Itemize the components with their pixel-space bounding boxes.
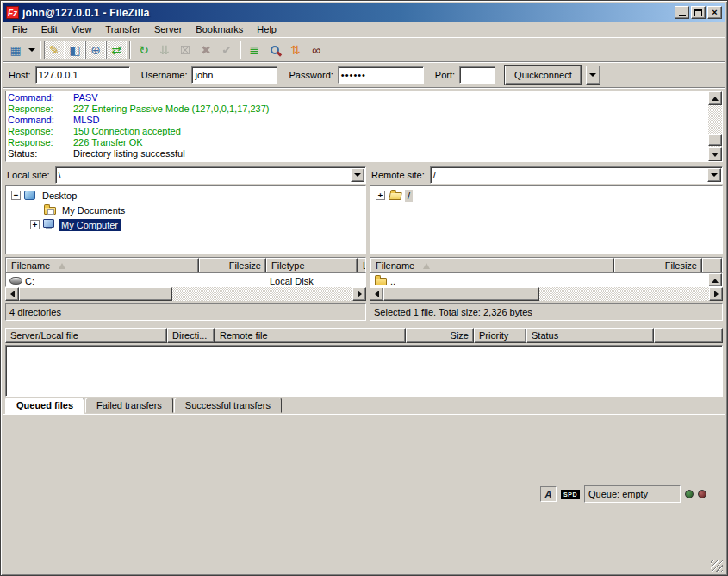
column-header-filesize[interactable]: Filesize xyxy=(199,258,266,272)
tree-item-label: / xyxy=(405,190,413,202)
maximize-button[interactable] xyxy=(691,6,706,19)
scroll-left-button[interactable] xyxy=(5,287,19,301)
host-label: Host: xyxy=(9,70,31,80)
column-header-label: Directi... xyxy=(172,330,207,341)
scrollbar-thumb[interactable] xyxy=(19,287,172,301)
remote-site-path: / xyxy=(431,170,706,180)
column-header-remote-file[interactable]: Remote file xyxy=(215,328,406,343)
maximize-icon xyxy=(694,9,702,16)
column-header-filename[interactable]: Filename xyxy=(370,258,614,272)
scrollbar-thumb[interactable] xyxy=(708,134,722,146)
log-line-label: Command: xyxy=(8,92,73,103)
file-row-c-[interactable]: C:Local Disk xyxy=(6,273,365,287)
column-header-label: Priority xyxy=(479,330,508,341)
password-input[interactable]: •••••• xyxy=(338,66,424,84)
scroll-left-button[interactable] xyxy=(370,287,383,301)
file-row--[interactable]: .. xyxy=(370,273,708,287)
tree-item--[interactable]: +/ xyxy=(370,188,722,203)
local-site-dropdown-button[interactable] xyxy=(351,168,364,182)
menu-item-file[interactable]: File xyxy=(5,22,34,36)
log-line-text: Directory listing successful xyxy=(73,148,185,160)
column-header-directi-[interactable]: Directi... xyxy=(167,328,215,343)
scroll-up-button[interactable] xyxy=(708,273,722,287)
cancel-operation-button: ☒ xyxy=(175,41,196,59)
refresh-icon: ↻ xyxy=(139,43,149,57)
local-site-label: Local site: xyxy=(5,170,55,180)
tree-item-my-computer[interactable]: +My Computer xyxy=(6,217,365,232)
tree-item-my-documents[interactable]: My Documents xyxy=(6,203,365,217)
remote-site-combobox[interactable]: / xyxy=(430,166,723,184)
column-header-priority[interactable]: Priority xyxy=(474,328,526,343)
speed-limit-badge[interactable]: SPD xyxy=(561,490,580,499)
expand-icon[interactable]: + xyxy=(30,220,40,229)
collapse-icon[interactable]: − xyxy=(11,191,21,200)
find-files-icon: ∞ xyxy=(312,43,320,57)
file-name: C: xyxy=(25,276,34,286)
menu-item-view[interactable]: View xyxy=(65,22,99,36)
column-header-filler xyxy=(702,258,722,272)
find-files-button[interactable]: ∞ xyxy=(306,41,327,59)
menu-item-transfer[interactable]: Transfer xyxy=(98,22,147,36)
column-header-size[interactable]: Size xyxy=(406,328,474,343)
folder-icon xyxy=(375,278,387,285)
site-manager-button[interactable]: ▦ xyxy=(5,41,26,59)
synchronized-browsing-button[interactable]: ⇅ xyxy=(285,41,306,59)
disk-icon xyxy=(9,277,22,285)
remote-horizontal-scrollbar[interactable] xyxy=(370,287,723,301)
scroll-down-button[interactable] xyxy=(708,147,722,161)
column-header-server-local-file[interactable]: Server/Local file xyxy=(5,328,167,343)
remote-site-dropdown-button[interactable] xyxy=(707,168,721,182)
menu-item-edit[interactable]: Edit xyxy=(34,22,65,36)
minimize-button[interactable] xyxy=(675,6,689,19)
tab-failed-transfers[interactable]: Failed transfers xyxy=(85,398,173,413)
scroll-right-button[interactable] xyxy=(352,287,366,301)
title-bar: Fz john@127.0.0.1 - FileZilla × xyxy=(3,3,725,22)
tab-successful-transfers[interactable]: Successful transfers xyxy=(174,398,282,413)
toggle-local-treeview-button[interactable]: ◧ xyxy=(65,41,85,59)
recv-activity-led xyxy=(685,490,694,498)
menu-item-server[interactable]: Server xyxy=(147,22,189,36)
remote-site-label: Remote site: xyxy=(370,170,430,180)
menu-item-help[interactable]: Help xyxy=(250,22,283,36)
column-header-l[interactable]: L xyxy=(358,258,366,272)
column-header-label: Filename xyxy=(11,260,50,271)
toggle-log-view-button[interactable]: ✎ xyxy=(44,41,65,59)
remote-directory-tree: +/ xyxy=(370,185,723,254)
toggle-remote-treeview-button[interactable]: ⊕ xyxy=(85,41,106,59)
expand-icon[interactable]: + xyxy=(376,191,385,200)
host-input[interactable]: 127.0.0.1 xyxy=(35,66,130,84)
port-label: Port: xyxy=(435,70,455,80)
column-header-status[interactable]: Status xyxy=(526,328,654,343)
column-header-filename[interactable]: Filename xyxy=(6,258,199,272)
local-site-combobox[interactable]: \ xyxy=(55,166,366,184)
message-log: Command:PASVResponse:227 Entering Passiv… xyxy=(5,91,723,162)
column-header-filetype[interactable]: Filetype xyxy=(266,258,358,272)
status-bar: A SPD Queue: empty xyxy=(3,415,725,573)
quickconnect-button[interactable]: Quickconnect xyxy=(505,66,582,85)
scroll-up-button[interactable] xyxy=(708,91,722,105)
remote-vertical-scrollbar[interactable] xyxy=(708,273,722,286)
close-button[interactable]: × xyxy=(707,6,722,19)
tab-queued-files[interactable]: Queued files xyxy=(5,398,84,415)
local-horizontal-scrollbar[interactable] xyxy=(5,287,366,301)
scroll-right-button[interactable] xyxy=(709,287,723,301)
scrollbar-thumb[interactable] xyxy=(383,287,539,301)
local-status-text: 4 directories xyxy=(5,303,366,321)
log-scrollbar[interactable] xyxy=(708,91,722,161)
directory-comparison-button[interactable] xyxy=(264,41,285,59)
directory-filters-button[interactable]: ≣ xyxy=(244,41,264,59)
port-input[interactable] xyxy=(459,66,495,84)
transfer-type-indicator[interactable]: A xyxy=(540,486,557,502)
refresh-button[interactable]: ↻ xyxy=(134,41,154,59)
chevron-down-icon xyxy=(354,173,361,177)
site-manager-dropdown-button[interactable] xyxy=(26,41,37,59)
menu-item-bookmarks[interactable]: Bookmarks xyxy=(189,22,250,36)
remote-list-header: FilenameFilesize xyxy=(370,257,723,272)
username-input[interactable]: john xyxy=(191,66,277,84)
tree-item-desktop[interactable]: −Desktop xyxy=(6,188,365,203)
quickconnect-dropdown-button[interactable] xyxy=(586,66,600,85)
toggle-queue-view-button[interactable]: ⇄ xyxy=(106,41,127,59)
toggle-remote-treeview-icon: ⊕ xyxy=(90,43,101,57)
column-header-filesize[interactable]: Filesize xyxy=(614,258,702,272)
resize-grip-icon[interactable] xyxy=(711,560,723,572)
